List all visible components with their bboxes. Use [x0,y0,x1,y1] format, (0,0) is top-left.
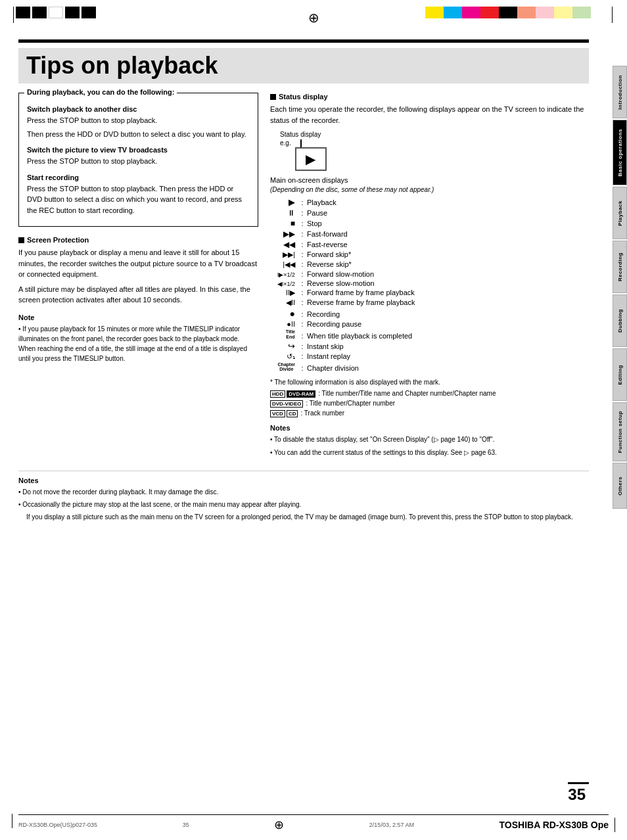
asterisk-note: * The following information is also disp… [270,377,589,387]
reg-rect-4 [65,7,80,18]
switch-tv-heading: Switch the picture to view TV broadcasts [27,146,250,154]
status-item-recpause: ●II : Recording pause [270,320,589,328]
status-item-playback: ▶ : Playback [270,197,589,207]
bottom-note-3: If you display a still picture such as t… [18,512,589,522]
sidebar-tab-editing[interactable]: Editing [613,348,627,401]
color-red [480,7,499,18]
color-light-green [572,7,591,18]
status-item-rec: ● : Recording [270,308,589,319]
page-title: Tips on playback [18,48,589,83]
status-item-iskip: ↪ : Instant skip [270,341,589,351]
status-intro: Each time you operate the recorder, the … [270,104,589,126]
during-playback-box: During playback, you can do the followin… [18,93,258,227]
status-items-list: ▶ : Playback ⏸ : Pause ■ : Stop [270,197,589,372]
format-row-hdd: HDD DVD-RAM : Title number/Title name an… [270,390,589,398]
during-playback-title: During playback, you can do the followin… [24,88,177,96]
status-item-rskip: |◀◀ : Reverse skip* [270,260,589,269]
status-black-square-icon [270,94,276,100]
status-item-titleend: Title End : When title playback is compl… [270,329,589,340]
top-right-mark [612,7,613,23]
icon-ireplay: ↺₁ [270,352,298,361]
footer-brand: TOSHIBA RD-XS30B Ope [499,820,609,830]
badge-cd: CD [287,410,298,417]
status-item-pause: ⏸ : Pause [270,208,589,218]
right-note-1: • To disable the status display, set "On… [270,434,589,445]
right-column: Status display Each time you operate the… [270,93,589,461]
top-left-marks [13,7,96,23]
status-item-fskip: ▶▶| : Forward skip* [270,250,589,259]
switch-disc-p1: Press the STOP button to stop playback. [27,115,250,126]
paren-text: (Depending on the disc, some of these ma… [270,186,589,193]
sidebar-tab-function-setup[interactable]: Function setup [613,402,627,461]
status-item-stop: ■ : Stop [270,219,589,228]
content-columns: During playback, you can do the followin… [18,93,589,461]
icon-stop: ■ [270,219,298,228]
bottom-note-2: • Occasionally the picture may stop at t… [18,500,589,509]
status-display-label: Status display [280,131,589,138]
top-bar [18,39,589,43]
sidebar-tab-playback[interactable]: Playback [613,187,627,239]
icon-chapter: Chapter Divide [270,362,298,373]
color-light-pink [536,7,554,18]
right-note-2: • You can add the current status of the … [270,448,589,458]
icon-fslow: I▶×1/2 [270,271,298,278]
screen-protection-p1: If you pause playback or display a menu … [18,247,258,280]
color-pink [517,7,536,18]
sidebar-tab-recording[interactable]: Recording [613,241,627,293]
footer-page-num: 35 [183,822,189,828]
icon-rfff: ◀II [270,298,298,307]
sidebar-tabs: Introduction Basic operations Playback R… [595,66,627,509]
black-square-icon [18,237,24,243]
bottom-note-1: • Do not move the recorder during playba… [18,487,589,497]
badge-dvdram: DVD-RAM [287,390,315,398]
switch-tv-p1: Press the STOP button to stop playback. [27,156,250,167]
status-item-chapter: Chapter Divide : Chapter division [270,362,589,373]
start-recording-p1: Press the STOP button to stop playback. … [27,183,250,216]
top-crosshair: ⊕ [308,10,319,26]
bottom-crosshair: ⊕ [274,818,284,832]
switch-disc-p2: Then press the HDD or DVD button to sele… [27,129,250,140]
icon-playback: ▶ [270,197,298,207]
eg-label: e.g. [280,139,291,147]
format-row-dvdvideo-desc: : Title number/Chapter number [306,400,395,407]
right-notes-section: Notes • To disable the status display, s… [270,424,589,458]
format-row-hdd-desc: : Title number/Title name and Chapter nu… [318,390,496,397]
note-section: Note • If you pause playback for 15 minu… [18,314,258,363]
status-item-ff: ▶▶ : Fast-forward [270,229,589,239]
footer-date: 2/15/03, 2:57 AM [369,822,414,828]
bottom-footer: RD-XS30B.Ope(US)p027-035 35 ⊕ 2/15/03, 2… [18,814,609,832]
icon-ff: ▶▶ [270,229,298,239]
icon-fskip: ▶▶| [270,250,298,259]
badge-vcd: VCD [270,410,285,417]
left-column: During playback, you can do the followin… [18,93,258,461]
arrow-line-top [300,139,302,147]
sidebar-tab-basic-operations[interactable]: Basic operations [613,120,627,185]
bottom-notes-title: Notes [18,477,589,484]
icon-fff: II▶ [270,289,298,297]
status-item-fslow: I▶×1/2 : Forward slow-motion [270,270,589,278]
page-number: 35 [568,782,589,804]
badge-dvdvideo: DVD-VIDEO [270,400,303,408]
sidebar-tab-others[interactable]: Others [613,463,627,509]
screen-protection-section: Screen Protection If you pause playback … [18,236,258,306]
status-item-rfff: ◀II : Reverse frame by frame playback [270,298,589,307]
play-icon-box: ▶ [295,147,327,171]
screen-protection-p2: A still picture may be displayed after a… [18,284,258,306]
sidebar-tab-introduction[interactable]: Introduction [613,66,627,118]
bottom-notes-section: Notes • Do not move the recorder during … [18,471,589,522]
switch-disc-heading: Switch playback to another disc [27,105,250,113]
format-row-vcd: VCD CD : Track number [270,409,589,417]
reg-rect-1 [16,7,30,18]
main-content: Tips on playback During playback, you ca… [18,39,589,778]
status-item-rslow: ◀I×1/2 : Reverse slow-motion [270,279,589,287]
right-notes-title: Notes [270,424,589,432]
status-display-title: Status display [270,93,589,101]
main-on-screen-label: Main on-screen displays [270,176,589,184]
icon-pause: ⏸ [270,208,298,218]
format-row-vcd-desc: : Track number [300,409,344,417]
note-title: Note [18,314,258,321]
sidebar-tab-dubbing[interactable]: Dubbing [613,294,627,347]
color-magenta [462,7,480,18]
status-display-example: Status display e.g. ▶ [280,131,589,171]
color-yellow [425,7,444,18]
